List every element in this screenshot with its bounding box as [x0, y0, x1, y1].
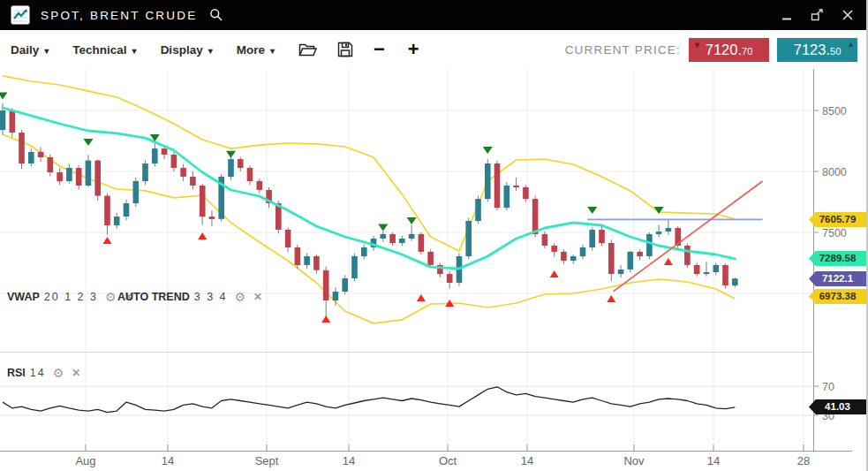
- autotrend-params: 3 3 4: [194, 291, 228, 303]
- svg-text:Oct: Oct: [439, 454, 457, 467]
- svg-text:Aug: Aug: [75, 454, 95, 467]
- price-label-badge: 6973.38: [809, 289, 866, 304]
- zoom-in-button[interactable]: +: [408, 40, 419, 59]
- rsi-settings-gear-icon[interactable]: ⚙: [53, 366, 64, 380]
- zoom-out-button[interactable]: −: [374, 40, 385, 59]
- restore-window-button[interactable]: [811, 9, 824, 21]
- svg-text:Sept: Sept: [255, 454, 279, 467]
- chart-toolbar: Daily▾ Technical▾ Display▾ More▾ − + CUR…: [0, 30, 868, 69]
- menu-more-label: More: [237, 43, 265, 57]
- svg-text:14: 14: [162, 454, 174, 467]
- svg-text:28: 28: [797, 454, 810, 467]
- svg-text:8500: 8500: [822, 105, 847, 118]
- app-logo-icon: [11, 5, 30, 25]
- main-chart-canvas[interactable]: Aug14Sept14Oct14Nov14288500800075007030: [0, 0, 868, 471]
- autotrend-settings-gear-icon[interactable]: ⚙: [235, 290, 246, 304]
- menu-display-label: Display: [161, 43, 203, 57]
- save-icon[interactable]: [337, 42, 353, 57]
- vwap-params: 20 1 2 3: [44, 291, 98, 303]
- open-folder-icon[interactable]: [298, 42, 317, 57]
- down-arrow-icon: ▼: [693, 42, 701, 49]
- search-icon[interactable]: [209, 8, 223, 22]
- price-label-badge: 7289.58: [809, 251, 866, 266]
- svg-text:Nov: Nov: [623, 454, 645, 467]
- chevron-down-icon: ▾: [44, 46, 49, 56]
- autotrend-name: AUTO TREND: [117, 291, 190, 303]
- rsi-params: 14: [30, 367, 46, 379]
- title-bar: SPOT, BRENT CRUDE: [0, 0, 868, 30]
- current-price-label: CURRENT PRICE:: [565, 43, 681, 57]
- vwap-settings-gear-icon[interactable]: ⚙: [105, 290, 117, 304]
- price-label-badge: 7122.1: [809, 271, 866, 286]
- chevron-down-icon: ▾: [208, 46, 213, 56]
- menu-display[interactable]: Display▾: [161, 43, 213, 57]
- close-button[interactable]: [842, 9, 854, 21]
- vwap-indicator-legend: VWAP 20 1 2 3 ⚙ ✕: [7, 290, 133, 304]
- menu-technical-label: Technical: [72, 43, 126, 57]
- menu-timeframe[interactable]: Daily▾: [11, 43, 49, 57]
- minimize-button[interactable]: [781, 10, 793, 21]
- symbol-title: SPOT, BRENT CRUDE: [41, 9, 197, 22]
- bid-price-decimals: 70: [742, 46, 752, 57]
- rsi-value-badge: 41.03: [809, 399, 866, 414]
- menu-technical[interactable]: Technical▾: [72, 43, 136, 57]
- ask-price-decimals: 50: [830, 46, 841, 57]
- bid-price-value: 7120.: [706, 42, 742, 58]
- svg-text:14: 14: [343, 454, 355, 467]
- svg-text:14: 14: [707, 454, 720, 467]
- chevron-down-icon: ▾: [132, 46, 137, 56]
- ask-price-badge: 7123.50 ▲: [777, 38, 857, 62]
- svg-text:70: 70: [822, 381, 834, 393]
- vwap-name: VWAP: [7, 291, 40, 303]
- svg-text:14: 14: [521, 454, 533, 467]
- chevron-down-icon: ▾: [270, 46, 275, 56]
- price-label-badge: 7605.79: [809, 212, 866, 227]
- rsi-remove-icon[interactable]: ✕: [72, 367, 80, 379]
- rsi-indicator-legend: RSI 14 ⚙ ✕: [7, 366, 80, 380]
- menu-more[interactable]: More▾: [237, 43, 275, 57]
- ask-price-value: 7123.: [794, 42, 830, 58]
- rsi-name: RSI: [7, 367, 26, 379]
- bid-price-badge: ▼ 7120.70: [689, 38, 769, 62]
- svg-text:7500: 7500: [822, 227, 847, 239]
- autotrend-remove-icon[interactable]: ✕: [253, 291, 262, 303]
- up-arrow-icon: ▲: [847, 41, 855, 49]
- svg-text:8000: 8000: [822, 166, 847, 179]
- autotrend-indicator-legend: AUTO TREND 3 3 4 ⚙ ✕: [117, 290, 262, 304]
- menu-timeframe-label: Daily: [11, 43, 39, 57]
